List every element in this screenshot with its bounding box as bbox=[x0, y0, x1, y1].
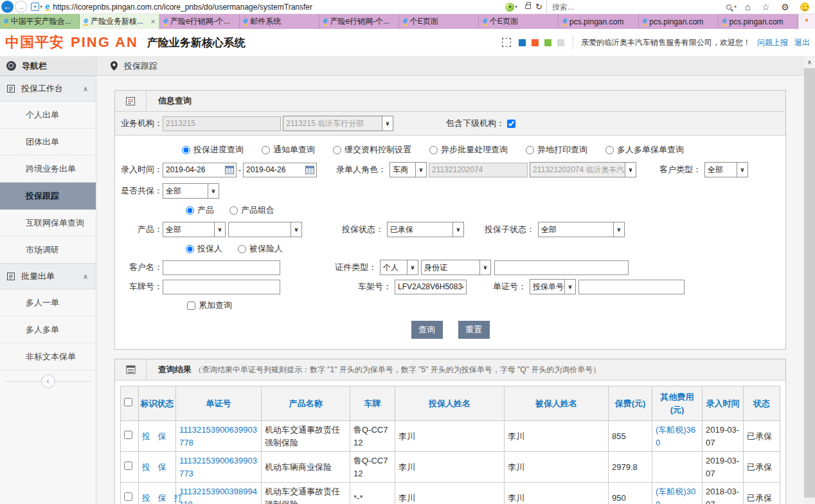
scrollbar-thumb[interactable] bbox=[804, 68, 815, 498]
policy-substatus-select[interactable]: 全部∨ bbox=[538, 222, 625, 237]
accumulate-checkbox-row[interactable]: 累加查询 bbox=[187, 300, 232, 311]
entry-from-input[interactable]: 2019-04-26 bbox=[163, 163, 237, 177]
plugin-icon[interactable]: + bbox=[505, 3, 514, 12]
url-text[interactable]: https://icorepnbs.pingan.com.cn/icore_pn… bbox=[53, 3, 505, 12]
product-select-1[interactable]: 全部∨ bbox=[163, 222, 226, 237]
search-box[interactable]: ▾ bbox=[546, 0, 739, 14]
sidebar-item-internet-policy-query[interactable]: 互联网保单查询 bbox=[0, 210, 96, 237]
sidebar-item-crossborder-issue[interactable]: 跨境业务出单 bbox=[0, 156, 96, 183]
sidebar-item-multi-person-multi-policy[interactable]: 多人多单 bbox=[0, 316, 96, 343]
row-checkbox[interactable] bbox=[124, 492, 132, 501]
new-tab-button[interactable]: * bbox=[798, 14, 815, 29]
browser-tab-5[interactable]: e产险e行销网-个... bbox=[319, 14, 399, 29]
row-checkbox[interactable] bbox=[124, 462, 132, 470]
report-issue-link[interactable]: 问题上报 bbox=[757, 37, 788, 48]
search-icon[interactable] bbox=[726, 4, 731, 10]
chevron-down-icon[interactable]: ▾ bbox=[40, 4, 42, 10]
sidebar-item-group-issue[interactable]: 团体出单 bbox=[0, 129, 96, 156]
browser-tab-1[interactable]: e中国平安产险合... bbox=[0, 14, 80, 29]
select-all-checkbox[interactable] bbox=[124, 398, 132, 406]
browser-tab-10[interactable]: epcs.pingan.com bbox=[719, 14, 798, 29]
chevron-down-icon[interactable]: ▾ bbox=[734, 4, 737, 10]
doc-no-input[interactable] bbox=[578, 280, 685, 294]
doc-no-link[interactable]: 11132153900639903773 bbox=[179, 456, 257, 478]
sidebar-group-workbench[interactable]: 投保工作台 ∧ bbox=[0, 76, 96, 102]
browser-tab-9[interactable]: epcs.pingan.com bbox=[639, 14, 719, 29]
radio-product-combo[interactable]: 产品组合 bbox=[229, 204, 274, 216]
tag-links[interactable]: 投 保 bbox=[142, 431, 169, 441]
plate-input[interactable] bbox=[163, 280, 280, 294]
row-checkbox[interactable] bbox=[124, 431, 132, 439]
policy-status-select[interactable]: 已承保∨ bbox=[387, 222, 464, 237]
cert-number-input[interactable] bbox=[494, 260, 629, 275]
browser-tab-8[interactable]: epcs.pingan.com bbox=[559, 14, 638, 29]
radio-async-batch[interactable]: 异步批量处理查询 bbox=[429, 144, 508, 156]
radio-notice-query[interactable]: 通知单查询 bbox=[262, 144, 315, 156]
radio-remote-print[interactable]: 异地打印查询 bbox=[526, 144, 587, 156]
theme-swatch-blue[interactable] bbox=[519, 39, 526, 46]
browser-tab-3[interactable]: e产险e行销网-个... bbox=[159, 14, 239, 29]
entry-to-input[interactable]: 2019-04-26 bbox=[243, 163, 317, 177]
vin-input[interactable] bbox=[395, 280, 467, 294]
sidebar-item-personal-issue[interactable]: 个人出单 bbox=[0, 102, 96, 129]
browser-tab-7[interactable]: e个E页面 bbox=[479, 14, 559, 29]
doc-type-select[interactable]: 投保单号∨ bbox=[530, 279, 576, 294]
reset-button[interactable]: 重置 bbox=[458, 321, 490, 339]
sidebar-item-policy-tracking[interactable]: 投保跟踪 bbox=[0, 183, 96, 210]
chevron-down-icon[interactable]: ▾ bbox=[515, 4, 517, 10]
close-icon[interactable]: × bbox=[150, 17, 155, 26]
tag-links[interactable]: 投 保 打 bbox=[142, 493, 184, 503]
other-fee-link[interactable]: (车船税)360 bbox=[656, 425, 695, 447]
include-sub-checkbox[interactable] bbox=[507, 120, 515, 128]
coinsurance-select[interactable]: 全部∨ bbox=[163, 183, 219, 199]
other-fee-link[interactable]: (车船税)300 bbox=[656, 487, 695, 504]
browser-tab-6[interactable]: e个E页面 bbox=[399, 14, 479, 29]
search-input[interactable] bbox=[547, 3, 726, 12]
recorder-code-input[interactable] bbox=[429, 163, 528, 177]
radio-policy-progress[interactable]: 投保进度查询 bbox=[182, 144, 244, 156]
favorites-star-icon[interactable]: ☆ bbox=[762, 2, 770, 12]
product-select-2[interactable]: ∨ bbox=[228, 222, 302, 237]
radio-product[interactable]: 产品 bbox=[186, 204, 214, 216]
vertical-scrollbar[interactable]: ∧ bbox=[804, 57, 815, 504]
cert-person-select[interactable]: 个人∨ bbox=[380, 260, 418, 275]
logout-link[interactable]: 退出 bbox=[794, 37, 810, 48]
radio-deferred-material[interactable]: 缓交资料控制设置 bbox=[333, 144, 411, 156]
settings-gear-icon[interactable]: ⚙ bbox=[781, 2, 789, 12]
sidebar-group-batch[interactable]: 批量出单 ∧ bbox=[0, 264, 96, 289]
theme-swatch-green[interactable] bbox=[544, 39, 551, 46]
accumulate-checkbox[interactable] bbox=[187, 302, 195, 310]
theme-swatch-orange[interactable] bbox=[532, 39, 539, 46]
sidebar-item-multi-person-one-policy[interactable]: 多人一单 bbox=[0, 289, 96, 316]
refresh-icon[interactable]: ↻ bbox=[535, 2, 542, 12]
sidebar-item-market-research[interactable]: 市场调研 bbox=[0, 237, 96, 264]
org-code-input[interactable] bbox=[163, 116, 281, 131]
forward-button[interactable]: → bbox=[15, 1, 27, 13]
chevron-up-icon[interactable]: ∧ bbox=[83, 273, 88, 281]
doc-no-link[interactable]: 11132153900398994118 bbox=[179, 487, 257, 504]
recorder-name-select[interactable]: 211321202074 临沂奥丰汽∨ bbox=[530, 162, 636, 177]
scroll-up-arrow[interactable]: ∧ bbox=[804, 57, 815, 68]
browser-tab-4[interactable]: e邮件系统 bbox=[240, 14, 319, 29]
browser-tab-2-active[interactable]: e产险业务新核...× bbox=[80, 14, 159, 29]
radio-applicant[interactable]: 投保人 bbox=[186, 243, 222, 255]
tag-links[interactable]: 投 保 bbox=[142, 462, 169, 472]
sidebar-collapse-button[interactable]: ‹ bbox=[41, 374, 55, 388]
back-button[interactable]: ← bbox=[1, 1, 13, 13]
org-name-select[interactable]: 2113215 临沂车行分部∨ bbox=[283, 116, 393, 131]
cert-id-select[interactable]: 身份证∨ bbox=[421, 260, 491, 275]
sidebar-item-nonstandard-text-policy[interactable]: 非标文本保单 bbox=[0, 343, 96, 370]
address-field[interactable]: + ▾ e https://icorepnbs.pingan.com.cn/ic… bbox=[27, 0, 546, 14]
recorder-role-select[interactable]: 车商∨ bbox=[390, 162, 427, 177]
query-button[interactable]: 查询 bbox=[411, 321, 443, 339]
calendar-icon[interactable] bbox=[225, 166, 234, 174]
compatibility-icon[interactable]: + bbox=[31, 3, 39, 11]
radio-insured[interactable]: 被保险人 bbox=[238, 243, 283, 255]
customer-name-input[interactable] bbox=[163, 260, 280, 275]
smiley-feedback-icon[interactable] bbox=[800, 3, 809, 12]
theme-swatch-gray[interactable] bbox=[557, 39, 564, 46]
dashed-square-icon[interactable] bbox=[502, 38, 511, 47]
calendar-icon[interactable] bbox=[305, 166, 314, 174]
home-icon[interactable]: ⌂ bbox=[745, 1, 751, 12]
radio-multi-policy-query[interactable]: 多人多单保单查询 bbox=[605, 144, 684, 156]
